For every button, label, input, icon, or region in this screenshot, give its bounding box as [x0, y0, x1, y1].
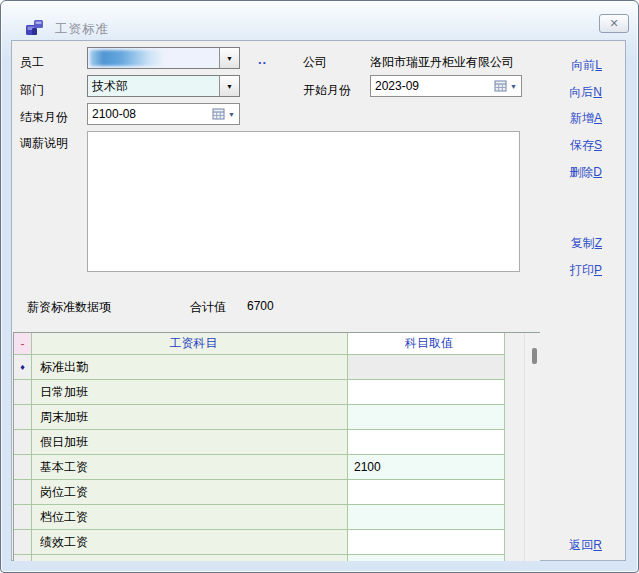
table-cell-value[interactable]	[348, 355, 505, 380]
screen: 工资标准 ✕ 员工 部门 结束月份 调薪说明 ▼ .. 技术部 ▼	[0, 0, 639, 573]
table-corner-header[interactable]: -	[14, 333, 32, 355]
link-copy[interactable]: 复制Z	[571, 235, 602, 252]
employee-value-redacted	[88, 48, 219, 68]
link-label: 向后	[569, 85, 593, 99]
start-month-field[interactable]: 2023-09 ▼	[370, 75, 522, 97]
employee-browse-link[interactable]: ..	[258, 52, 267, 67]
end-month-value: 2100-08	[88, 107, 212, 121]
table-cell-value[interactable]	[348, 530, 505, 555]
table-cell-value[interactable]	[348, 430, 505, 455]
window-title: 工资标准	[55, 21, 109, 38]
table-scrollbar[interactable]	[524, 333, 540, 561]
row-marker: ♦	[14, 355, 32, 380]
window-frame: 工资标准 ✕ 员工 部门 结束月份 调薪说明 ▼ .. 技术部 ▼	[0, 0, 639, 573]
total-label: 合计值	[190, 299, 226, 316]
app-icon	[25, 19, 44, 36]
table-grid: -工资科目科目取值♦标准出勤日常加班周末加班假日加班基本工资2100岗位工资档位…	[14, 333, 505, 561]
chevron-down-icon[interactable]: ▼	[510, 83, 517, 90]
chevron-down-icon: ▼	[226, 55, 233, 62]
table-cell-subject: 假日加班	[32, 430, 348, 455]
row-marker	[14, 380, 32, 405]
end-month-label: 结束月份	[20, 109, 68, 126]
row-marker	[14, 505, 32, 530]
link-accel: P	[594, 263, 602, 277]
employee-label: 员工	[20, 54, 44, 71]
table-cell-subject: 日常加班	[32, 380, 348, 405]
table-cell-value[interactable]	[348, 405, 505, 430]
calendar-icon	[212, 108, 226, 121]
title-bar[interactable]: 工资标准 ✕	[1, 1, 638, 39]
row-marker	[14, 555, 32, 561]
column-header-subject[interactable]: 工资科目	[32, 333, 348, 355]
link-label: 打印	[570, 263, 594, 277]
link-delete[interactable]: 删除D	[569, 164, 602, 181]
table-cell-value[interactable]	[348, 480, 505, 505]
link-print[interactable]: 打印P	[570, 262, 602, 279]
link-new[interactable]: 新增A	[570, 110, 602, 127]
link-accel: L	[595, 58, 602, 72]
table-cell-subject: 绩效工资	[32, 530, 348, 555]
link-label: 复制	[571, 236, 595, 250]
department-label: 部门	[20, 82, 44, 99]
link-label: 保存	[570, 138, 594, 152]
scrollbar-thumb[interactable]	[532, 348, 537, 364]
link-accel: D	[593, 165, 602, 179]
table-cell-subject: 周末加班	[32, 405, 348, 430]
table-cell-value[interactable]	[348, 380, 505, 405]
chevron-down-icon[interactable]: ▼	[228, 111, 235, 118]
calendar-icon	[494, 80, 508, 93]
redaction-blur	[90, 50, 164, 66]
link-accel: A	[594, 111, 602, 125]
table-cell-subject: 基本工资	[32, 455, 348, 480]
link-label: 删除	[569, 165, 593, 179]
link-accel: Z	[595, 236, 602, 250]
link-label: 向前	[571, 58, 595, 72]
row-marker	[14, 430, 32, 455]
link-forward[interactable]: 向前L	[571, 57, 602, 74]
table-section-label: 薪资标准数据项	[27, 299, 111, 316]
table-cell-value[interactable]: 2100	[348, 455, 505, 480]
close-button[interactable]: ✕	[599, 14, 629, 33]
table-cell-subject: 岗位工资	[32, 480, 348, 505]
row-marker	[14, 405, 32, 430]
end-month-field[interactable]: 2100-08 ▼	[87, 103, 240, 125]
note-label: 调薪说明	[20, 135, 68, 152]
current-row-icon: ♦	[20, 362, 25, 372]
table-cell-value[interactable]	[348, 555, 505, 561]
employee-combobox[interactable]: ▼	[87, 47, 240, 69]
table-cell-value[interactable]	[348, 505, 505, 530]
start-month-label: 开始月份	[303, 82, 351, 99]
row-marker	[14, 480, 32, 505]
link-backward[interactable]: 向后N	[569, 84, 602, 101]
total-value: 6700	[247, 299, 274, 313]
row-marker	[14, 455, 32, 480]
department-dropdown-button[interactable]: ▼	[219, 76, 239, 96]
start-month-value: 2023-09	[371, 79, 494, 93]
dialog-body: 员工 部门 结束月份 调薪说明 ▼ .. 技术部 ▼ 2100-08	[11, 40, 626, 561]
link-label: 新增	[570, 111, 594, 125]
row-marker	[14, 530, 32, 555]
column-header-value[interactable]: 科目取值	[348, 333, 505, 355]
salary-items-table: -工资科目科目取值♦标准出勤日常加班周末加班假日加班基本工资2100岗位工资档位…	[13, 332, 540, 561]
link-return[interactable]: 返回R	[569, 537, 602, 554]
table-cell-subject: 工龄工资	[32, 555, 348, 561]
link-accel: N	[593, 85, 602, 99]
close-icon: ✕	[609, 17, 618, 30]
link-accel: S	[594, 138, 602, 152]
company-value: 洛阳市瑞亚丹柜业有限公司	[370, 54, 514, 71]
department-value: 技术部	[88, 76, 219, 96]
table-cell-subject: 标准出勤	[32, 355, 348, 380]
return-accel: R	[593, 538, 602, 552]
department-combobox[interactable]: 技术部 ▼	[87, 75, 240, 97]
chevron-down-icon: ▼	[226, 83, 233, 90]
company-label: 公司	[303, 54, 327, 71]
link-save[interactable]: 保存S	[570, 137, 602, 154]
return-label: 返回	[569, 538, 593, 552]
employee-dropdown-button[interactable]: ▼	[219, 48, 239, 68]
note-textarea[interactable]	[87, 131, 520, 272]
table-cell-subject: 档位工资	[32, 505, 348, 530]
